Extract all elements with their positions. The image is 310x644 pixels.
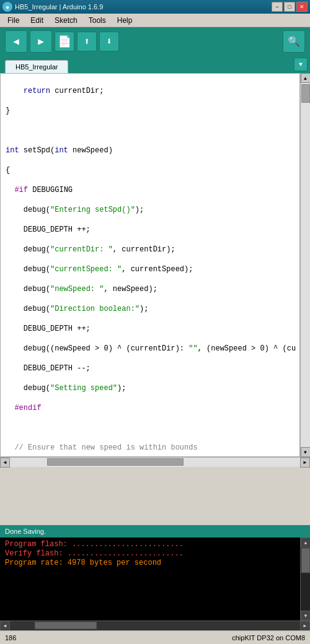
console-scroll-thumb[interactable] [301, 548, 310, 573]
editor-vscrollbar[interactable]: ▲ ▼ [300, 73, 310, 457]
editor-hscrollbar[interactable]: ◀ ▶ [0, 457, 310, 467]
search-button[interactable]: 🔍 [283, 30, 305, 53]
scroll-thumb[interactable] [301, 84, 310, 103]
code-line: #endif [6, 403, 294, 413]
code-line: debug("currentDir: ", currentDir); [6, 245, 294, 255]
console-scroll-up[interactable]: ▲ [301, 537, 310, 547]
console-line-1: Program flash: ......................... [5, 540, 295, 549]
console-hscroll-thumb[interactable] [35, 622, 97, 629]
code-line: // Ensure that new speed is within bound… [6, 443, 294, 453]
tab-dropdown[interactable]: ▼ [294, 58, 308, 71]
menu-help[interactable]: Help [112, 15, 138, 26]
app-icon: ● [2, 2, 12, 12]
console-line-3: Program rate: 4978 bytes per second [5, 559, 295, 568]
console-scroll-track [301, 573, 310, 611]
console-status: Done Saving. [5, 528, 46, 535]
console-hscroll-track [10, 621, 300, 631]
menu-file[interactable]: File [2, 15, 24, 26]
titlebar-left: ● HB5_Irregular | Arduino 1.6.9 [2, 2, 103, 12]
titlebar-title: HB5_Irregular | Arduino 1.6.9 [15, 3, 103, 11]
code-line: debug("Entering setSpd()"); [6, 205, 294, 215]
code-line: debug("newSpeed: ", newSpeed); [6, 284, 294, 294]
code-line: int setSpd(int newSpeed) [6, 146, 294, 155]
main-window: ● HB5_Irregular | Arduino 1.6.9 − □ ✕ Fi… [0, 0, 310, 644]
console-header: Done Saving. [0, 525, 310, 537]
menu-tools[interactable]: Tools [84, 15, 111, 26]
code-editor[interactable]: return currentDir; } int setSpd(int newS… [0, 73, 300, 457]
toolbar-right: 🔍 [283, 30, 305, 53]
console-scroll-down[interactable]: ▼ [301, 611, 310, 620]
console-vscrollbar[interactable]: ▲ ▼ [300, 537, 310, 620]
titlebar: ● HB5_Irregular | Arduino 1.6.9 − □ ✕ [0, 0, 310, 14]
save-button[interactable]: ⬇ [99, 32, 119, 51]
code-line: debug("Setting speed"); [6, 383, 294, 393]
console-hscrollbar[interactable]: ◀ ▶ [0, 620, 310, 630]
hscroll-thumb[interactable] [47, 458, 184, 466]
console-line-2: Verify flash: .......................... [5, 549, 295, 559]
code-line: DEBUG_DEPTH --; [6, 363, 294, 373]
board-info: chipKIT DP32 on COM8 [232, 634, 305, 642]
line-number: 186 [5, 634, 16, 642]
code-line: DEBUG_DEPTH ++; [6, 324, 294, 334]
code-line: debug((newSpeed > 0) ^ (currentDir): "",… [6, 344, 294, 354]
forward-button[interactable]: ▶ [30, 30, 52, 53]
maximize-button[interactable]: □ [284, 2, 295, 12]
code-line: { [6, 165, 294, 175]
console-hscroll-right[interactable]: ▶ [300, 621, 310, 631]
editor-area: return currentDir; } int setSpd(int newS… [0, 73, 310, 525]
console: Done Saving. Program flash: ............… [0, 525, 310, 630]
toolbar: ◀ ▶ 📄 ⬆ ⬇ 🔍 [0, 27, 310, 56]
open-button[interactable]: ⬆ [77, 32, 97, 51]
console-hscroll-left[interactable]: ◀ [0, 621, 10, 631]
code-content: return currentDir; } int setSpd(int newS… [1, 74, 299, 457]
code-line: return currentDir; [6, 86, 294, 96]
tabbar: HB5_Irregular ▼ [0, 56, 310, 73]
code-line [6, 126, 294, 136]
editor-wrapper: return currentDir; } int setSpd(int newS… [0, 73, 310, 457]
new-button[interactable]: 📄 [55, 32, 74, 51]
editor-tab[interactable]: HB5_Irregular [5, 60, 68, 73]
code-line: } [6, 106, 294, 116]
menu-sketch[interactable]: Sketch [50, 15, 82, 26]
code-line [6, 423, 294, 433]
close-button[interactable]: ✕ [296, 2, 308, 12]
menubar: File Edit Sketch Tools Help [0, 14, 310, 27]
scroll-up-arrow[interactable]: ▲ [301, 73, 311, 83]
statusbar: 186 chipKIT DP32 on COM8 [0, 630, 310, 644]
console-wrapper: Program flash: .........................… [0, 537, 310, 620]
hscroll-track [10, 458, 300, 468]
hscroll-left-arrow[interactable]: ◀ [0, 458, 10, 468]
titlebar-buttons: − □ ✕ [272, 2, 308, 12]
console-content: Program flash: .........................… [0, 537, 300, 620]
menu-edit[interactable]: Edit [25, 15, 48, 26]
minimize-button[interactable]: − [272, 2, 283, 12]
code-line: debug("Direction boolean:"); [6, 304, 294, 314]
code-line: #if DEBUGGING [6, 185, 294, 195]
hscroll-right-arrow[interactable]: ▶ [300, 458, 310, 468]
scroll-down-arrow[interactable]: ▼ [301, 447, 311, 457]
code-line: DEBUG_DEPTH ++; [6, 225, 294, 235]
back-button[interactable]: ◀ [5, 30, 27, 53]
code-line: debug("currentSpeed: ", currentSpeed); [6, 264, 294, 274]
